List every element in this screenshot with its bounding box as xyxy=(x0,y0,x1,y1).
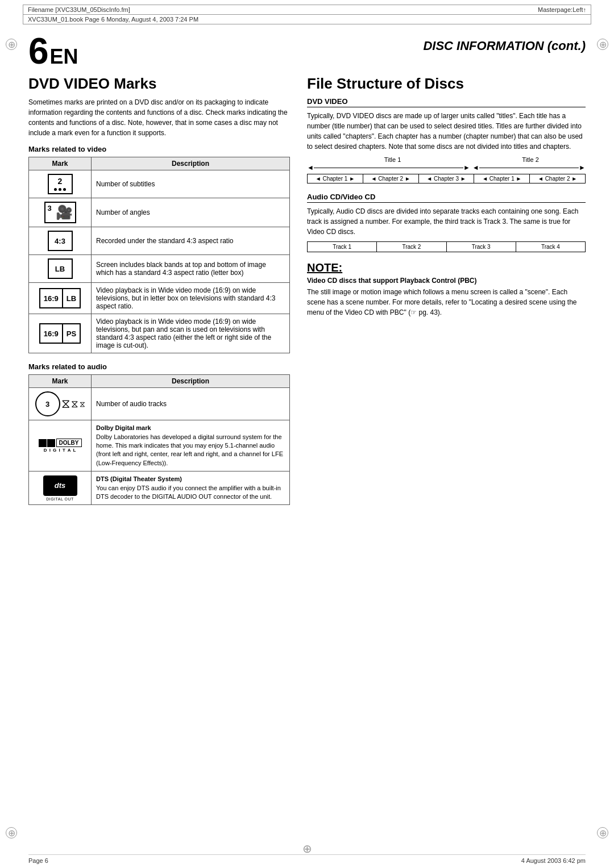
desc-cell-subtitle: Number of subtitles xyxy=(92,170,290,198)
two-column-layout: DVD VIDEO Marks Sometimes marks are prin… xyxy=(28,75,586,514)
mark-cell-audio3: 3 ⧖ ⧖ ⧖ xyxy=(29,388,92,420)
dts-title: DTS (Digital Theater System) xyxy=(96,475,182,482)
lb-icon: LB xyxy=(48,258,73,279)
filename-bar: Filename [XVC33UM_05DiscInfo.fm] Masterp… xyxy=(23,5,591,15)
dts-sub-label: DIGITAL OUT xyxy=(46,497,74,501)
desc-cell-lb: Screen includes black bands at top and b… xyxy=(92,255,290,283)
col-desc-audio-header: Description xyxy=(92,375,290,388)
tr4-label: Track 4 xyxy=(541,244,560,250)
table-row: 4:3 Recorded under the standard 4:3 aspe… xyxy=(29,227,290,255)
aspect43-icon: 4:3 xyxy=(48,231,73,251)
chapter-inner-2: ◄ xyxy=(371,176,379,182)
title-arrow-row: ◄ ► ◄ ► xyxy=(307,164,586,172)
tr3-label: Track 3 xyxy=(472,244,491,250)
ch3-label: Chapter 3 xyxy=(434,176,459,182)
col-desc-header: Description xyxy=(92,157,290,170)
ch1-label: Chapter 1 xyxy=(322,176,347,182)
mark-cell-angles: 3 🎥 xyxy=(29,198,92,227)
right-section-title: File Structure of Discs xyxy=(307,75,586,93)
en-suffix: EN xyxy=(50,47,78,67)
chapter-inner-4r: ► xyxy=(516,176,522,182)
title2-line xyxy=(479,168,579,168)
chapter-cell-2: ◄ Chapter 2 ► xyxy=(363,174,418,183)
arrow-right-t1: ► xyxy=(463,164,470,172)
title-chapter-diagram: Title 1 Title 2 ◄ ► ◄ ► xyxy=(307,156,586,183)
left-column: DVD VIDEO Marks Sometimes marks are prin… xyxy=(28,75,290,514)
track-cell-3: Track 3 xyxy=(446,242,516,252)
desc-cell-angles: Number of angles xyxy=(92,198,290,227)
table-row: 2 Number of subtitles xyxy=(29,170,290,198)
footer-date-label: 4 August 2003 6:42 pm xyxy=(521,857,586,864)
title2-label: Title 2 xyxy=(475,156,586,163)
col-mark-header: Mark xyxy=(29,157,92,170)
track-cell-2: Track 2 xyxy=(377,242,446,252)
arrow-left-t2: ◄ xyxy=(472,164,479,172)
note-subtitle: Video CD discs that support Playback Con… xyxy=(307,277,586,285)
chapter-inner-5: ◄ xyxy=(538,176,545,182)
footer-page-label: Page 6 xyxy=(28,857,48,864)
chapter-diagram-table: ◄ Chapter 1 ► ◄ Chapter 2 ► xyxy=(307,174,586,183)
audio3-icon: 3 ⧖ ⧖ ⧖ xyxy=(35,391,85,416)
desc-cell-169lb: Video playback is in Wide video mode (16… xyxy=(92,283,290,314)
table-row: 16:9 LB Video playback is in Wide video … xyxy=(29,283,290,314)
ch2-label: Chapter 2 xyxy=(378,176,403,182)
section-header: DISC INFORMATION (cont.) xyxy=(423,33,586,53)
chapter-inner-3r: ► xyxy=(460,176,466,182)
note-title: NOTE: xyxy=(307,261,586,274)
corner-mark-tr: ⊕ xyxy=(597,39,608,50)
table-row: DOLBY D I G I T A L Dolby Digital mark D… xyxy=(29,420,290,471)
table-row: dts DIGITAL OUT DTS (Digital Theater Sys… xyxy=(29,471,290,505)
ch5-label: Chapter 2 xyxy=(545,176,570,182)
chapter-inner-4: ◄ xyxy=(482,176,489,182)
title-labels-row: Title 1 Title 2 xyxy=(307,156,586,163)
center-bottom-mark: ⊕ xyxy=(302,842,312,856)
table-row: 3 ⧖ ⧖ ⧖ Number of audio tracks xyxy=(29,388,290,420)
chapter-inner-1: ◄ xyxy=(316,176,323,182)
dolby-title: Dolby Digital mark xyxy=(96,424,151,431)
marks-video-heading: Marks related to video xyxy=(28,145,290,153)
left-intro-text: Sometimes marks are printed on a DVD dis… xyxy=(28,97,290,138)
table-row: 16:9 PS Video playback is in Wide video … xyxy=(29,314,290,353)
desc-cell-43: Recorded under the standard 4:3 aspect r… xyxy=(92,227,290,255)
dvd-video-text: Typically, DVD VIDEO discs are made up o… xyxy=(307,111,586,152)
track-cell-1: Track 1 xyxy=(308,242,377,252)
title1-label: Title 1 xyxy=(310,156,475,163)
ch4-label: Chapter 1 xyxy=(489,176,515,182)
mark-cell-dts: dts DIGITAL OUT xyxy=(29,471,92,505)
corner-mark-bl: ⊕ xyxy=(6,827,17,838)
corner-mark-br: ⊕ xyxy=(597,827,608,838)
page-num: 6 xyxy=(28,33,49,69)
angles-icon: 3 🎥 xyxy=(44,202,76,223)
arrow-left-t1: ◄ xyxy=(307,164,314,172)
book-info-text: XVC33UM_01.book Page 6 Monday, August 4,… xyxy=(28,16,198,23)
marks-audio-heading: Marks related to audio xyxy=(28,362,290,371)
tr1-label: Track 1 xyxy=(333,244,351,250)
chapter-cell-5: ◄ Chapter 2 ► xyxy=(530,174,586,183)
mark-cell-lb: LB xyxy=(29,255,92,283)
mark-cell-169lb: 16:9 LB xyxy=(29,283,92,314)
audio-cd-subsection: Audio CD/Video CD Typically, Audio CD di… xyxy=(307,193,586,252)
chapter-inner-3: ◄ xyxy=(426,176,434,182)
audio-cd-heading: Audio CD/Video CD xyxy=(307,193,586,203)
dts-icon: dts xyxy=(43,475,77,496)
book-info-bar: XVC33UM_01.book Page 6 Monday, August 4,… xyxy=(23,15,591,24)
desc-cell-dolby: Dolby Digital mark Dolby Laboratories ha… xyxy=(92,420,290,471)
note-section: NOTE: Video CD discs that support Playba… xyxy=(307,261,586,318)
table-row: 3 🎥 Number of angles xyxy=(29,198,290,227)
table-row: LB Screen includes black bands at top an… xyxy=(29,255,290,283)
mark-cell-43: 4:3 xyxy=(29,227,92,255)
chapter-inner-1r: ► xyxy=(349,176,355,182)
masterpage-text: Masterpage:Left↑ xyxy=(538,6,586,13)
dts-icon-wrapper: dts DIGITAL OUT xyxy=(34,475,86,501)
marks-audio-table: Mark Description 3 ⧖ ⧖ xyxy=(28,374,290,505)
dvd-video-heading: DVD VIDEO xyxy=(307,97,586,107)
arrow-right-t2: ► xyxy=(579,164,586,172)
169lb-icon: 16:9 LB xyxy=(39,288,81,308)
desc-cell-169ps: Video playback is in Wide video mode (16… xyxy=(92,314,290,353)
page-number-en: 6 EN xyxy=(28,33,78,69)
desc-cell-audio3: Number of audio tracks xyxy=(92,388,290,420)
corner-mark-tl: ⊕ xyxy=(6,39,17,50)
left-section-title: DVD VIDEO Marks xyxy=(28,75,290,93)
note-text: The still image or motion image which fo… xyxy=(307,287,586,318)
title1-line xyxy=(314,168,463,168)
